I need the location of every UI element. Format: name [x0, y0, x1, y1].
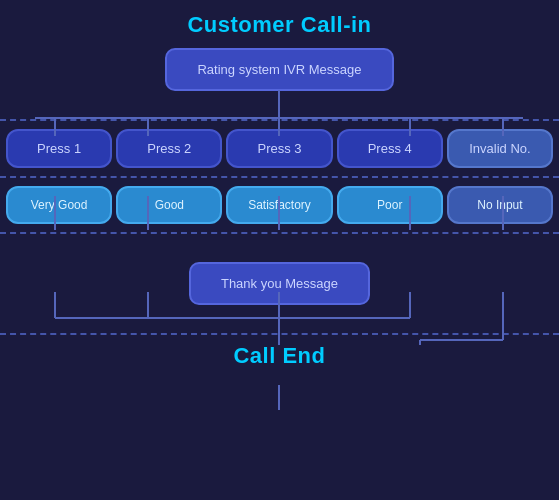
outcome-row: Very Good Good Satisfactory Poor No Inpu…: [6, 186, 553, 224]
page-title: Customer Call-in: [187, 12, 371, 38]
ivr-box: Rating system IVR Message: [165, 48, 393, 91]
thankyou-box: Thank you Message: [189, 262, 370, 305]
poor-outcome[interactable]: Poor: [337, 186, 443, 224]
invalid-no-button[interactable]: Invalid No.: [447, 129, 553, 168]
diagram: Customer Call-in Rating system IVR Messa…: [0, 0, 559, 500]
press-buttons-section: Press 1 Press 2 Press 3 Press 4 Invalid …: [0, 121, 559, 176]
press-2-button[interactable]: Press 2: [116, 129, 222, 168]
thankyou-row: Thank you Message: [189, 262, 370, 305]
good-outcome[interactable]: Good: [116, 186, 222, 224]
satisfactory-outcome[interactable]: Satisfactory: [226, 186, 332, 224]
dotted-separator-3: [0, 232, 559, 234]
dotted-separator-4: [0, 333, 559, 335]
outcomes-section: Very Good Good Satisfactory Poor No Inpu…: [0, 178, 559, 232]
press-3-button[interactable]: Press 3: [226, 129, 332, 168]
very-good-outcome[interactable]: Very Good: [6, 186, 112, 224]
no-input-outcome[interactable]: No Input: [447, 186, 553, 224]
ivr-row: Rating system IVR Message: [165, 48, 393, 91]
press-4-button[interactable]: Press 4: [337, 129, 443, 168]
bottom-title: Call End: [233, 343, 325, 369]
press-1-button[interactable]: Press 1: [6, 129, 112, 168]
press-row: Press 1 Press 2 Press 3 Press 4 Invalid …: [6, 129, 553, 168]
